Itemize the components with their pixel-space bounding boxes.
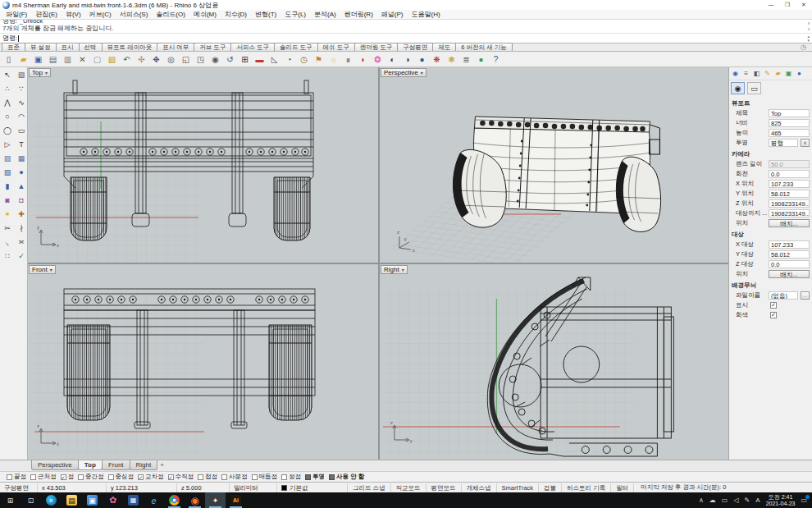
lock-icon[interactable]: ∎ (341, 53, 355, 66)
status-pane-toggle[interactable]: SmartTrack (497, 483, 539, 492)
earth-icon[interactable]: ● (474, 53, 488, 66)
menu-item[interactable]: 변형(T) (251, 10, 281, 19)
checkbox[interactable]: ✓ (770, 312, 777, 318)
ribbon-tab[interactable]: 뷰포트 레이아웃 (102, 43, 158, 51)
task-view-button[interactable]: ⊡ (21, 492, 41, 508)
document-app-icon[interactable]: ▦ (123, 492, 144, 508)
chevron-down-icon[interactable]: ▾ (421, 69, 423, 77)
checkbox[interactable] (329, 474, 335, 480)
property-value[interactable]: 배치... (769, 270, 810, 278)
paste-icon[interactable]: ▧ (105, 53, 119, 66)
scroll-up-icon[interactable]: ∧ (807, 21, 810, 26)
named-view-icon[interactable]: ▬ (253, 53, 267, 66)
shaded-view-icon[interactable]: ◐ (385, 53, 399, 66)
viewport-front[interactable]: Front ▾ (28, 264, 378, 460)
command-input-spinner[interactable]: ▴ ▾ (807, 34, 810, 43)
notification-center-icon[interactable]: ▭ (801, 497, 807, 504)
display-tray-icon[interactable]: ▭ (722, 497, 728, 504)
osnap-toggle[interactable]: 사분점 (221, 473, 248, 481)
property-value[interactable]: 107.233 (769, 240, 810, 249)
render-icon[interactable]: ◗ (356, 53, 370, 66)
recent-commands-clock-icon[interactable]: ◷ (801, 43, 806, 51)
stairs-icon[interactable]: ≣ (459, 53, 473, 66)
checkbox[interactable] (30, 474, 36, 480)
viewport-perspective-label[interactable]: Perspective ▾ (381, 68, 427, 77)
array-icon[interactable]: ∷ (1, 249, 14, 263)
menu-item[interactable]: 렌더링(R) (340, 10, 377, 19)
menu-item[interactable]: 치수(D) (221, 10, 251, 19)
ribbon-tab[interactable]: 솔리드 도구 (274, 43, 318, 51)
layers-panel-icon[interactable]: ≡ (741, 69, 750, 78)
osnap-toggle[interactable]: ✓ 점 (61, 473, 75, 481)
viewport-tab[interactable]: Top (78, 460, 103, 470)
cone-icon[interactable]: ▲ (15, 180, 28, 193)
ribbon-tab[interactable]: 선택 (79, 43, 103, 51)
status-pane-toggle[interactable]: 검볼 (539, 483, 562, 492)
menu-item[interactable]: 도구(L) (281, 10, 310, 19)
units-indicator[interactable]: 밀리미터 (230, 483, 277, 492)
osnap-toggle[interactable]: 근처점 (30, 473, 57, 481)
zoom-dynamic-icon[interactable]: ◎ (164, 53, 178, 66)
viewport-tab[interactable]: Front (102, 460, 130, 470)
status-pane-toggle[interactable]: 그리드 스냅 (348, 483, 391, 492)
color-wheel-icon[interactable]: ❂ (371, 53, 385, 66)
image-app-icon[interactable]: ✿ (103, 492, 123, 508)
property-value[interactable]: 1908233149... (769, 209, 810, 217)
scroll-down-icon[interactable]: ∨ (807, 26, 810, 32)
save-icon[interactable]: ▣ (31, 53, 45, 66)
property-value[interactable]: (없음) (769, 291, 798, 300)
ellipse-icon[interactable]: ◯ (1, 124, 14, 137)
pen-tray-icon[interactable]: ✎ (745, 497, 750, 504)
osnap-toggle[interactable]: 사용 안 함 (329, 473, 364, 481)
rendering-panel-icon[interactable]: ▣ (784, 69, 793, 78)
osnap-toggle[interactable]: 끝점 (7, 473, 26, 481)
circle-icon[interactable]: ○ (1, 110, 14, 123)
tray-caret-icon[interactable]: ∧ (699, 497, 704, 504)
zoom-extents-icon[interactable]: ◳ (194, 53, 208, 66)
taskbar-clock[interactable]: 오전 2:41 2021-04-23 (766, 494, 796, 507)
property-value[interactable]: 58.012 (769, 190, 810, 198)
viewport-perspective[interactable]: Perspective ▾ (380, 67, 728, 263)
status-pane-toggle[interactable]: 평면모드 (427, 483, 462, 492)
viewport-right[interactable]: Right ▾ (380, 264, 728, 460)
status-pane-toggle[interactable]: 직교모드 (391, 483, 427, 492)
command-history[interactable]: 명령: _Unlock 7개의 개체를 잠금 해제하는 중입니다. ∧ ∨ (0, 19, 812, 34)
ribbon-tab[interactable]: 메쉬 도구 (317, 43, 355, 51)
minimize-button[interactable]: — (763, 0, 779, 10)
close-button[interactable]: ✕ (796, 0, 812, 10)
zoom-selected-icon[interactable]: ◉ (208, 53, 222, 66)
rhino-app-icon[interactable]: ✦ (205, 492, 226, 508)
explode-icon[interactable]: ✶ (1, 208, 14, 221)
notes-panel-icon[interactable]: ✎ (763, 69, 772, 78)
history-clock-icon[interactable]: ◷ (297, 53, 311, 66)
checkbox[interactable] (221, 474, 227, 480)
checkbox[interactable] (281, 474, 287, 480)
add-viewport-icon[interactable]: + (160, 460, 164, 470)
ribbon-tab[interactable]: 표시 여부 (157, 43, 194, 51)
rectangle-icon[interactable]: ▭ (15, 124, 28, 137)
checkbox[interactable]: ✓ (168, 474, 174, 480)
join-icon[interactable]: ✚ (15, 208, 28, 221)
zoom-window-icon[interactable]: ◱ (179, 53, 193, 66)
property-value[interactable]: ✓ (769, 311, 810, 319)
page-icon[interactable]: ▢ (90, 53, 104, 66)
viewport-tab[interactable]: Right (130, 460, 158, 470)
properties-panel-icon[interactable]: ◉ (731, 69, 740, 78)
ribbon-tab[interactable]: 뷰 설정 (25, 43, 57, 51)
property-value[interactable]: 0.0 (769, 170, 810, 178)
point-cloud-icon[interactable]: ∵ (15, 82, 28, 95)
osnap-toggle[interactable]: 중간점 (78, 473, 104, 481)
print-icon[interactable]: ▤ (46, 53, 60, 66)
menu-item[interactable]: 뷰(V) (62, 10, 85, 19)
menu-item[interactable]: 분석(A) (310, 10, 340, 19)
surface-corner-icon[interactable]: ▦ (15, 152, 28, 165)
property-value[interactable]: 50.0 (769, 160, 810, 168)
files-panel-icon[interactable]: ▰ (773, 69, 782, 78)
edge-app-icon[interactable]: e (41, 492, 62, 508)
polyline-icon[interactable]: ⋀ (1, 96, 14, 109)
cut-icon[interactable]: ✕ (75, 53, 89, 66)
cplane-icon[interactable]: ◺ (267, 53, 281, 66)
viewport-front-label[interactable]: Front ▾ (29, 265, 56, 274)
viewport-top[interactable]: Top ▾ (28, 67, 378, 263)
browser-orange-app-icon[interactable]: ◉ (185, 492, 205, 508)
